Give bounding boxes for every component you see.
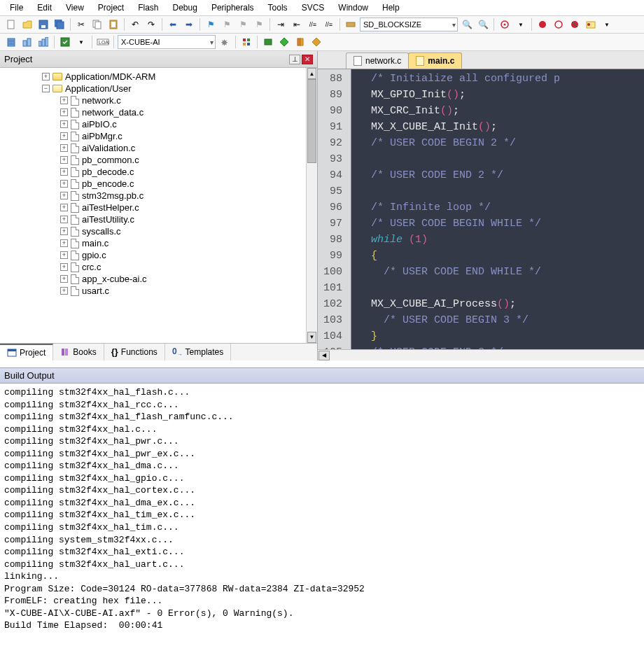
menu-svcs[interactable]: SVCS: [296, 1, 330, 14]
code-line[interactable]: [358, 183, 644, 199]
code-line[interactable]: while (1): [358, 232, 644, 248]
cut-icon[interactable]: ✂: [74, 17, 88, 31]
pin-icon[interactable]: ⊥: [289, 55, 300, 64]
tree-file[interactable]: +app_x-cube-ai.c: [0, 273, 317, 285]
comment-icon[interactable]: //≡: [306, 17, 320, 31]
code-line[interactable]: /* USER CODE BEGIN 2 */: [358, 135, 644, 151]
bookmark-icon[interactable]: ⚑: [204, 17, 218, 31]
code-line[interactable]: MX_CRC_Init();: [358, 103, 644, 119]
tree-file[interactable]: +stm32msg.pb.c: [0, 190, 317, 202]
save-all-icon[interactable]: [52, 17, 66, 31]
collapse-icon[interactable]: −: [42, 85, 50, 92]
outdent-icon[interactable]: ⇤: [290, 17, 304, 31]
code-line[interactable]: MX_X_CUBE_AI_Init();: [358, 119, 644, 135]
expand-icon[interactable]: +: [60, 204, 68, 211]
build-icon[interactable]: [20, 35, 34, 49]
menu-window[interactable]: Window: [332, 1, 374, 14]
incremental-find-icon[interactable]: 🔍: [476, 17, 490, 31]
breakpoint-disable-icon[interactable]: [552, 17, 566, 31]
bookmark-next-icon[interactable]: ⚑: [236, 17, 250, 31]
code-content[interactable]: /* Initialize all configured p MX_GPIO_I…: [351, 69, 644, 349]
dropdown2-icon[interactable]: ▼: [600, 17, 614, 31]
code-line[interactable]: MX_GPIO_Init();: [358, 87, 644, 103]
menu-tools[interactable]: Tools: [262, 1, 293, 14]
rebuild-icon[interactable]: [36, 35, 50, 49]
find-combo[interactable]: SD_BLOCKSIZE: [360, 17, 458, 31]
code-line[interactable]: /* Infinite loop */: [358, 199, 644, 216]
breakpoint-kill-icon[interactable]: [568, 17, 582, 31]
code-line[interactable]: [358, 280, 644, 296]
editor-scrollbar[interactable]: ◀: [318, 349, 644, 360]
books-icon[interactable]: [293, 35, 307, 49]
code-line[interactable]: {: [358, 248, 644, 264]
code-line[interactable]: MX_X_CUBE_AI_Process();: [358, 296, 644, 312]
project-tab-project[interactable]: Project: [0, 344, 53, 360]
scroll-down-icon[interactable]: ▼: [307, 332, 316, 343]
project-tab-books[interactable]: Books: [53, 344, 104, 360]
debug-icon[interactable]: [498, 17, 512, 31]
tree-scrollbar[interactable]: ▲ ▼: [306, 68, 317, 343]
tree-file[interactable]: +gpio.c: [0, 249, 317, 261]
tree-file[interactable]: +aiTestHelper.c: [0, 202, 317, 213]
code-line[interactable]: /* USER CODE END 2 */: [358, 167, 644, 183]
tree-file[interactable]: +crc.c: [0, 261, 317, 273]
expand-icon[interactable]: +: [60, 216, 68, 223]
stop-build-icon[interactable]: ▼: [74, 35, 88, 49]
expand-icon[interactable]: +: [60, 227, 68, 235]
menu-peripherals[interactable]: Peripherals: [206, 1, 260, 14]
paste-icon[interactable]: [106, 17, 120, 31]
target-options-icon[interactable]: [218, 35, 232, 49]
dropdown-icon[interactable]: ▼: [514, 17, 528, 31]
indent-icon[interactable]: ⇥: [274, 17, 288, 31]
expand-icon[interactable]: +: [60, 108, 68, 116]
close-icon[interactable]: ✕: [302, 55, 313, 64]
expand-icon[interactable]: +: [60, 132, 68, 140]
menu-debug[interactable]: Debug: [167, 1, 203, 14]
menu-flash[interactable]: Flash: [132, 1, 164, 14]
tree-file[interactable]: +syscalls.c: [0, 225, 317, 237]
tree-file[interactable]: +network.c: [0, 94, 317, 106]
new-file-icon[interactable]: [4, 17, 18, 31]
scroll-up-icon[interactable]: ▲: [307, 68, 316, 79]
breakpoint-insert-icon[interactable]: [536, 17, 550, 31]
build-output[interactable]: compiling stm32f4xx_hal_flash.c... compi…: [0, 384, 644, 635]
rte-icon[interactable]: [277, 35, 291, 49]
find-in-files-icon[interactable]: 🔍: [460, 17, 474, 31]
copy-icon[interactable]: [90, 17, 104, 31]
code-line[interactable]: /* USER CODE BEGIN 3 */: [358, 312, 644, 328]
tree-file[interactable]: +aiTestUtility.c: [0, 213, 317, 225]
menu-help[interactable]: Help: [377, 1, 405, 14]
download-icon[interactable]: LOAD: [96, 35, 110, 49]
expand-icon[interactable]: +: [60, 97, 68, 104]
code-line[interactable]: /* USER CODE END 3 */: [358, 344, 644, 349]
menu-view[interactable]: View: [60, 1, 90, 14]
find-icon[interactable]: [344, 17, 358, 31]
expand-icon[interactable]: +: [60, 168, 68, 176]
expand-icon[interactable]: +: [60, 180, 68, 188]
expand-icon[interactable]: +: [60, 156, 68, 164]
tree-folder[interactable]: −Application/User: [0, 83, 317, 94]
code-editor[interactable]: 8889909192939495969798991001011021031041…: [318, 69, 644, 349]
batch-build-icon[interactable]: [58, 35, 72, 49]
menu-edit[interactable]: Edit: [31, 1, 57, 14]
code-line[interactable]: }: [358, 328, 644, 344]
expand-icon[interactable]: +: [60, 287, 68, 295]
code-line[interactable]: /* Initialize all configured p: [358, 71, 644, 87]
expand-icon[interactable]: +: [42, 73, 50, 80]
open-icon[interactable]: [20, 17, 34, 31]
expand-icon[interactable]: +: [60, 120, 68, 128]
bookmark-prev-icon[interactable]: ⚑: [220, 17, 234, 31]
code-line[interactable]: /* USER CODE END WHILE */: [358, 264, 644, 280]
project-tab-templates[interactable]: 0→Templates: [165, 344, 231, 360]
expand-icon[interactable]: +: [60, 275, 68, 283]
code-line[interactable]: [358, 151, 644, 167]
expand-icon[interactable]: +: [60, 192, 68, 199]
expand-icon[interactable]: +: [60, 144, 68, 152]
pack-icon[interactable]: [261, 35, 275, 49]
tree-file[interactable]: +main.c: [0, 237, 317, 249]
tree-file[interactable]: +pb_encode.c: [0, 178, 317, 190]
editor-tab[interactable]: main.c: [408, 52, 462, 69]
tree-file[interactable]: +aiPbIO.c: [0, 118, 317, 130]
breakpoint-window-icon[interactable]: [584, 17, 598, 31]
project-tab-functions[interactable]: {}Functions: [104, 344, 165, 360]
